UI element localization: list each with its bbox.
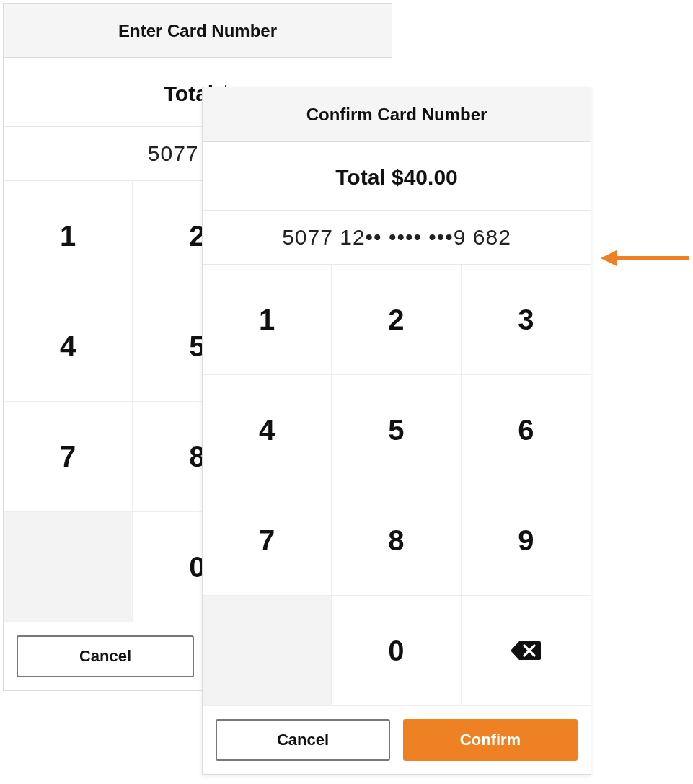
key-7[interactable]: 7	[4, 402, 133, 512]
card-number-display: 5077 12•• •••• •••9 682	[203, 211, 591, 265]
key-3[interactable]: 3	[462, 265, 591, 375]
key-8[interactable]: 8	[332, 485, 461, 596]
key-2[interactable]: 2	[332, 265, 461, 375]
svg-marker-1	[601, 250, 617, 266]
panel-footer: Cancel Confirm	[203, 706, 591, 774]
confirm-button[interactable]: Confirm	[403, 719, 578, 761]
key-1[interactable]: 1	[203, 265, 332, 375]
key-9[interactable]: 9	[462, 485, 591, 596]
key-blank	[203, 596, 332, 706]
total-amount: Total $40.00	[203, 142, 591, 211]
keypad: 1 2 3 4 5 6 7 8 9 0	[203, 265, 591, 706]
key-6[interactable]: 6	[462, 375, 591, 485]
confirm-card-panel: Confirm Card Number Total $40.00 5077 12…	[202, 87, 591, 775]
key-1[interactable]: 1	[4, 181, 133, 291]
key-5[interactable]: 5	[332, 375, 461, 485]
cancel-button[interactable]: Cancel	[216, 719, 390, 761]
key-7[interactable]: 7	[203, 485, 332, 596]
key-4[interactable]: 4	[203, 375, 332, 485]
key-4[interactable]: 4	[4, 291, 133, 402]
key-backspace[interactable]	[462, 596, 591, 706]
key-0[interactable]: 0	[332, 596, 461, 706]
panel-title: Enter Card Number	[4, 4, 392, 58]
cancel-button[interactable]: Cancel	[17, 635, 194, 677]
annotation-arrow-icon	[601, 247, 689, 269]
panel-title: Confirm Card Number	[203, 87, 591, 142]
key-blank	[4, 512, 133, 622]
backspace-icon	[511, 640, 541, 661]
